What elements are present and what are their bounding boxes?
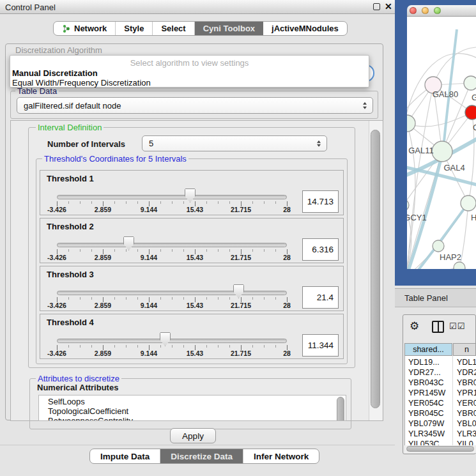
tick-label: 15.43 xyxy=(187,206,203,213)
list-item[interactable]: BetweennessCentrality xyxy=(48,416,133,421)
network-window-titlebar[interactable] xyxy=(407,5,476,17)
column-header-shared-name[interactable]: shared... xyxy=(404,343,452,356)
num-intervals-combobox[interactable]: 5 xyxy=(142,135,327,151)
tab-style[interactable]: Style xyxy=(116,22,153,35)
threshold-4-slider[interactable] xyxy=(57,339,287,343)
tab-impute-data[interactable]: Impute Data xyxy=(90,449,160,463)
tab-select[interactable]: Select xyxy=(153,22,194,35)
numerical-attributes-label: Numerical Attributes xyxy=(37,383,118,392)
table-row[interactable]: YBR043C YBR0 xyxy=(405,378,476,388)
table-horizontal-scrollbar[interactable] xyxy=(404,445,476,453)
split-columns-icon[interactable] xyxy=(432,321,444,333)
threshold-1-value-field[interactable] xyxy=(302,190,339,213)
network-graph xyxy=(407,17,476,269)
tab-impute-data-label: Impute Data xyxy=(100,452,150,461)
list-item[interactable]: TopologicalCoefficient xyxy=(48,406,128,416)
tick-label: 9.144 xyxy=(141,302,157,309)
list-item[interactable]: SelfLoops xyxy=(48,397,85,406)
threshold-2-slider[interactable] xyxy=(57,243,287,247)
dropdown-option-equal-width[interactable]: Equal Width/Frequency Discretization xyxy=(12,78,151,88)
network-icon xyxy=(62,24,70,33)
tab-infer-network[interactable]: Infer Network xyxy=(243,449,319,463)
checkbox-icons[interactable]: ☑☑ xyxy=(449,321,465,331)
node-bottom[interactable] xyxy=(454,262,465,269)
threshold-4-slider-thumb[interactable] xyxy=(160,332,171,346)
table-row[interactable]: YPR145W YPR1 xyxy=(405,388,476,398)
threshold-2-value-field[interactable] xyxy=(302,238,339,261)
close-icon[interactable]: ✕ xyxy=(385,1,392,12)
threshold-1-slider[interactable] xyxy=(57,195,287,199)
threshold-3-slider[interactable] xyxy=(57,291,287,295)
node-gcy1[interactable] xyxy=(407,199,409,211)
table-row[interactable]: YIL053C YIL0 xyxy=(405,439,476,445)
cell-name: YLR3 xyxy=(457,429,476,438)
node-hap2[interactable] xyxy=(433,240,444,252)
close-button[interactable] xyxy=(410,7,417,14)
tick-label: 21.715 xyxy=(231,349,251,357)
float-window-icon[interactable] xyxy=(373,3,380,10)
node-red-highlighted[interactable] xyxy=(465,105,476,119)
tick-label: 21.715 xyxy=(231,206,251,213)
node-gal4[interactable] xyxy=(432,141,452,162)
tab-cyni-toolbox-label: Cyni Toolbox xyxy=(203,24,255,33)
threshold-4-value-field[interactable] xyxy=(302,334,339,357)
tick-label: 2.859 xyxy=(95,302,111,309)
column-header-name[interactable]: n xyxy=(453,343,476,356)
node-label-gcy1: GCY1 xyxy=(407,213,427,222)
tick-label: 28 xyxy=(283,302,291,309)
gear-icon[interactable]: ⚙ xyxy=(410,319,419,333)
tab-jactivemnodules[interactable]: jActiveMNodules xyxy=(263,22,347,35)
table-data-combobox[interactable]: galFiltered.sif default node xyxy=(17,97,373,114)
cell-name: YIL0 xyxy=(457,440,473,445)
node-top-right[interactable] xyxy=(464,76,476,90)
minimize-button[interactable] xyxy=(422,7,429,14)
tick-label: 2.859 xyxy=(95,349,111,357)
threshold-1-box: Threshold 1 -3.426 2.859 9.144 15.43 21.… xyxy=(40,170,344,215)
cell-shared-name: YIL053C xyxy=(408,440,440,445)
table-row[interactable]: YBR045C YBR0 xyxy=(405,408,476,418)
threshold-3-slider-thumb[interactable] xyxy=(233,284,244,298)
settings-scrollbar-thumb[interactable] xyxy=(371,130,380,408)
settings-vertical-scrollbar[interactable] xyxy=(369,121,382,420)
dropdown-placeholder: Select algorithm to view settings xyxy=(10,58,369,68)
table-scrollbar-thumb[interactable] xyxy=(406,446,474,452)
node-table[interactable]: YDL19... YDL1 YDR27... YDR2 YBR043C YBR0… xyxy=(404,356,476,445)
numerical-attributes-list[interactable]: SelfLoops TopologicalCoefficient Between… xyxy=(38,395,346,421)
table-row[interactable]: YLR345W YLR3 xyxy=(405,429,476,439)
tab-discretize-data-label: Discretize Data xyxy=(171,452,233,461)
bottom-tabbar: Impute Data Discretize Data Infer Networ… xyxy=(89,449,319,464)
apply-button[interactable]: Apply xyxy=(170,428,216,443)
threshold-1-slider-thumb[interactable] xyxy=(185,188,196,203)
threshold-3-value-field[interactable] xyxy=(302,286,339,309)
tick-label: -3.426 xyxy=(47,254,66,261)
threshold-2-slider-thumb[interactable] xyxy=(123,236,134,250)
network-canvas[interactable]: GAL80 GAL11 GAL4 GCY1 HAP2 GA C H xyxy=(407,17,476,269)
threshold-4-box: Threshold 4 -3.426 2.859 9.144 15.43 21.… xyxy=(40,314,344,359)
tick-label: 15.43 xyxy=(187,302,203,309)
top-tabbar: Network Style Select Cyni Toolbox jActiv… xyxy=(53,21,348,36)
cell-name: YBR0 xyxy=(457,378,476,387)
threshold-4-ticks xyxy=(57,345,288,350)
dropdown-option-manual[interactable]: Manual Discretization xyxy=(12,68,98,78)
node-label-clipped-c: C xyxy=(473,123,476,132)
node-right[interactable] xyxy=(461,196,476,211)
tab-cyni-toolbox[interactable]: Cyni Toolbox xyxy=(195,22,263,35)
tab-style-label: Style xyxy=(124,24,144,33)
tick-label: 2.859 xyxy=(95,206,111,213)
table-row[interactable]: YER054C YER0 xyxy=(405,398,476,408)
tab-network[interactable]: Network xyxy=(54,22,116,35)
tick-label: 28 xyxy=(283,206,291,213)
cell-shared-name: YDL19... xyxy=(408,358,440,367)
node-label-clipped-ga: GA xyxy=(472,93,476,102)
tab-network-label: Network xyxy=(74,24,107,33)
table-row[interactable]: YDL19... YDL1 xyxy=(405,357,476,367)
table-row[interactable]: YDR27... YDR2 xyxy=(405,367,476,378)
tab-discretize-data[interactable]: Discretize Data xyxy=(160,449,243,463)
threshold-3-box: Threshold 3 -3.426 2.859 9.144 15.43 21.… xyxy=(40,266,344,311)
zoom-button[interactable] xyxy=(434,7,441,14)
tick-label: 9.144 xyxy=(141,206,157,213)
node-label-clipped-h: H xyxy=(471,213,476,222)
attributes-scrollbar-thumb[interactable] xyxy=(337,397,344,421)
table-row[interactable]: YBL079W YBL0 xyxy=(405,418,476,429)
combo-stepper-icon xyxy=(317,140,321,147)
